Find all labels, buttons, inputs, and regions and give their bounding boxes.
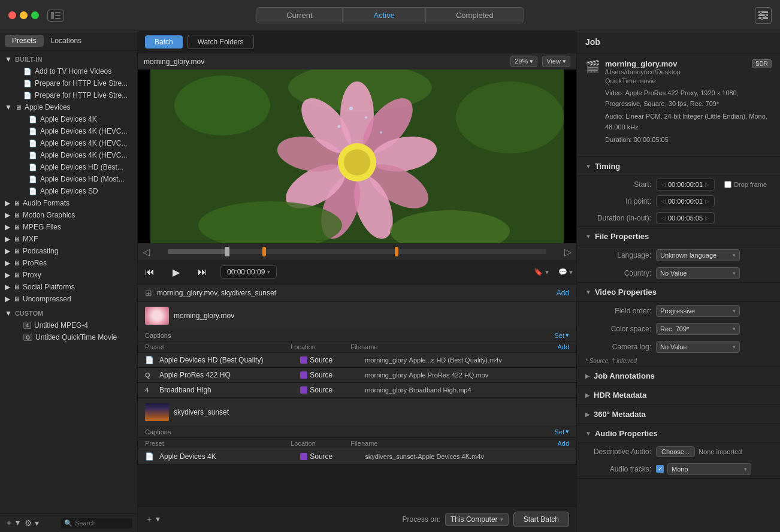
color-space-select[interactable]: Rec. 709* ▾ — [656, 323, 740, 335]
preset-row-0-2[interactable]: 4 Broadband High Source morning_glory-Br… — [138, 383, 576, 398]
fullscreen-button[interactable] — [31, 11, 39, 19]
file-props-content: Language: Unknown language ▾ Country: No… — [577, 246, 780, 283]
sidebar-item-apple-4k[interactable]: 📄 Apple Devices 4K — [17, 113, 137, 125]
gear-button[interactable]: ⚙ ▾ — [25, 518, 39, 528]
marker-in[interactable] — [262, 247, 266, 256]
marker-out[interactable] — [395, 247, 398, 256]
playback-controls: ⏮ ▶ ⏭ 00:00:00:09 ▾ 🔖 ▾ 💬 ▾ — [138, 260, 576, 285]
timing-arrow-up2[interactable]: ▷ — [705, 198, 709, 204]
sidebar-item-http2[interactable]: 📄 Prepare for HTTP Live Stre... — [0, 89, 137, 101]
sidebar-item-mpeg4[interactable]: 4 Untitled MPEG-4 — [0, 319, 137, 331]
chevron: ▶ — [5, 235, 10, 243]
audio-tracks-select[interactable]: Mono ▾ — [667, 463, 751, 475]
timing-duration-value[interactable]: ◁ 00:00:05:05 ▷ — [656, 212, 715, 224]
section-video-properties[interactable]: ▼ Video Properties — [577, 283, 780, 302]
sidebar-item-mxf[interactable]: ▶ 🖥 MXF — [0, 233, 137, 245]
sidebar-item-apple-devices[interactable]: ▼ 🖥 Apple Devices — [0, 101, 137, 113]
close-button[interactable] — [8, 11, 16, 19]
sidebar-item-podcasting[interactable]: ▶ 🖥 Podcasting — [0, 245, 137, 257]
language-select[interactable]: Unknown language ▾ — [656, 249, 740, 261]
country-select[interactable]: No Value ▾ — [656, 267, 740, 279]
built-in-section[interactable]: ▼ BUILT-IN — [0, 53, 137, 65]
section-job-annotations[interactable]: ▶ Job Annotations — [577, 367, 780, 386]
section-audio[interactable]: ▼ Audio Properties — [577, 424, 780, 443]
section-file-properties[interactable]: ▼ File Properties — [577, 227, 780, 246]
sidebar-item-http1[interactable]: 📄 Prepare for HTTP Live Stre... — [0, 77, 137, 89]
job-info-file: 🎬 morning_glory.mov SDR /Users/dannyrico… — [585, 59, 772, 146]
view-button[interactable]: View ▾ — [542, 56, 570, 67]
timing-arrow-down[interactable]: ◁ — [661, 182, 666, 188]
preset-row-0-0[interactable]: 📄 Apple Devices HD (Best Quality) Source… — [138, 353, 576, 368]
drop-frame-checkbox[interactable] — [724, 181, 731, 188]
preset-row-1-0[interactable]: 📄 Apple Devices 4K Source skydivers_suns… — [138, 449, 576, 464]
batch-button[interactable]: Batch — [145, 35, 183, 49]
add-link[interactable]: Add — [557, 289, 569, 297]
sidebar-item-mpeg[interactable]: ▶ 🖥 MPEG Files — [0, 221, 137, 233]
set-button-2[interactable]: Set ▾ — [554, 428, 569, 436]
set-button[interactable]: Set ▾ — [554, 331, 569, 339]
go-to-end-button[interactable]: ⏭ — [194, 264, 211, 280]
job-item-header-2[interactable]: skydivers_sunset — [138, 398, 576, 426]
play-button[interactable]: ▶ — [168, 264, 185, 280]
field-order-select[interactable]: Progressive ▾ — [656, 305, 740, 317]
timing-inpoint-value[interactable]: ◁ 00:00:00:01 ▷ — [656, 195, 715, 207]
timing-arrow-up[interactable]: ▷ — [705, 182, 709, 188]
sidebar-item-motion-graphics[interactable]: ▶ 🖥 Motion Graphics — [0, 209, 137, 221]
add-job-button[interactable]: ＋ ▾ — [145, 514, 160, 525]
export-settings-button[interactable] — [755, 7, 772, 24]
timing-arrow-down3[interactable]: ◁ — [661, 215, 666, 221]
sidebar-item-apple-4k-hevc3[interactable]: 📄 Apple Devices 4K (HEVC... — [17, 149, 137, 161]
start-batch-button[interactable]: Start Batch — [513, 512, 569, 527]
tab-locations[interactable]: Locations — [44, 35, 89, 47]
add-preset-button[interactable]: ＋ ▾ — [5, 518, 20, 528]
bookmark-button[interactable]: 🔖 ▾ — [534, 268, 548, 276]
sidebar-item-apple-hd-best[interactable]: 📄 Apple Devices HD (Best... — [17, 161, 137, 173]
sidebar-item-apple-sd[interactable]: 📄 Apple Devices SD — [17, 185, 137, 197]
field-order-chevron: ▾ — [733, 308, 736, 314]
tab-completed[interactable]: Completed — [425, 7, 524, 23]
sidebar-item-apple-4k-hevc2[interactable]: 📄 Apple Devices 4K (HEVC... — [17, 137, 137, 149]
choose-button[interactable]: Choose... — [656, 446, 695, 457]
sidebar-item-proxy[interactable]: ▶ 🖥 Proxy — [0, 269, 137, 281]
watch-folders-button[interactable]: Watch Folders — [188, 35, 254, 49]
location-badge: Source — [300, 356, 360, 364]
sidebar-item-tv-home[interactable]: 📄 Add to TV Home Videos — [0, 65, 137, 77]
sidebar-item-label: Add to TV Home Videos — [35, 67, 111, 75]
timing-arrow-down2[interactable]: ◁ — [661, 198, 666, 204]
go-to-start-button[interactable]: ⏮ — [141, 264, 158, 280]
timing-arrow-up3[interactable]: ▷ — [705, 215, 709, 221]
search-input[interactable] — [75, 519, 129, 527]
sidebar-item-apple-hd-most[interactable]: 📄 Apple Devices HD (Most... — [17, 173, 137, 185]
minimize-button[interactable] — [20, 11, 28, 19]
tab-presets[interactable]: Presets — [5, 35, 44, 47]
timing-start-value[interactable]: ◁ 00:00:00:01 ▷ — [656, 179, 715, 191]
section-timing[interactable]: ▼ Timing — [577, 157, 780, 176]
section-hdr[interactable]: ▶ HDR Metadata — [577, 386, 780, 405]
sidebar-item-uncompressed[interactable]: ▶ 🖥 Uncompressed — [0, 293, 137, 305]
audio-track-checkbox[interactable]: ✓ — [656, 465, 664, 473]
zoom-button[interactable]: 29% ▾ — [510, 56, 537, 67]
tab-current[interactable]: Current — [256, 7, 343, 23]
speech-bubble-button[interactable]: 💬 ▾ — [558, 268, 573, 276]
custom-section[interactable]: ▼ CUSTOM — [0, 307, 137, 319]
sidebar-item-prores[interactable]: ▶ 🖥 ProRes — [0, 257, 137, 269]
process-selector[interactable]: This Computer ▾ — [445, 513, 509, 526]
sidebar-item-apple-4k-hevc1[interactable]: 📄 Apple Devices 4K (HEVC... — [17, 125, 137, 137]
section-360[interactable]: ▶ 360° Metadata — [577, 405, 780, 424]
timeline-end-icon[interactable]: ▷ — [564, 246, 572, 258]
time-display[interactable]: 00:00:00:09 ▾ — [220, 265, 277, 279]
tab-active[interactable]: Active — [343, 7, 425, 23]
timeline-start-icon[interactable]: ◁ — [143, 246, 150, 258]
sidebar-toggle[interactable] — [47, 10, 64, 22]
add-preset-link-2[interactable]: Add — [557, 440, 569, 447]
timeline-track[interactable] — [168, 249, 546, 254]
camera-log-select[interactable]: No Value ▾ — [656, 341, 740, 353]
add-preset-link[interactable]: Add — [557, 343, 569, 350]
sidebar-item-audio-formats[interactable]: ▶ 🖥 Audio Formats — [0, 197, 137, 209]
timeline-marker[interactable] — [225, 247, 229, 256]
job-item-header[interactable]: morning_glory.mov — [138, 302, 576, 330]
sidebar-item-social[interactable]: ▶ 🖥 Social Platforms — [0, 281, 137, 293]
folder-icon: 🖥 — [13, 211, 20, 219]
sidebar-item-quicktime[interactable]: Q Untitled QuickTime Movie — [0, 331, 137, 343]
preset-row-0-1[interactable]: Q Apple ProRes 422 HQ Source morning_glo… — [138, 368, 576, 383]
